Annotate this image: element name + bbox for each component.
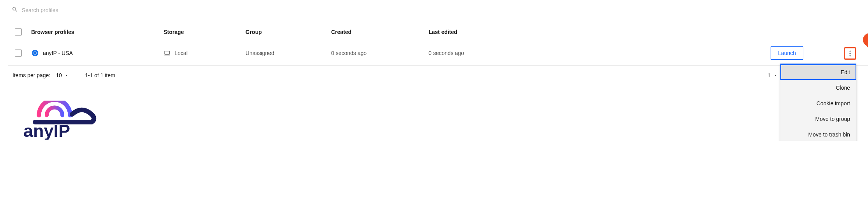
svg-point-4 <box>849 51 850 52</box>
created-value: 0 seconds ago <box>326 41 424 66</box>
svg-point-2 <box>34 52 36 54</box>
search-icon <box>12 6 22 14</box>
row-menu-dropdown: Edit Clone Cookie import Move to group M… <box>780 64 856 141</box>
select-all-checkbox[interactable] <box>15 28 22 35</box>
page-select[interactable]: 1 <box>767 72 778 78</box>
column-header-edited[interactable]: Last edited <box>424 23 549 41</box>
brand-logo: anyIP <box>19 101 868 141</box>
launch-button[interactable]: Launch <box>771 46 803 60</box>
storage-value: Local <box>175 50 187 56</box>
edited-value: 0 seconds ago <box>424 41 549 66</box>
divider <box>77 71 77 80</box>
menu-item-move-to-trash[interactable]: Move to trash bin <box>780 127 856 141</box>
row-checkbox[interactable] <box>15 50 22 57</box>
svg-text:anyIP: anyIP <box>23 121 70 140</box>
table-row: anyIP - USA Local Unassigned 0 seconds a… <box>8 41 868 66</box>
items-per-page-select[interactable]: 10 <box>56 72 69 78</box>
search-input[interactable] <box>22 7 139 13</box>
row-menu-button[interactable] <box>844 47 856 60</box>
menu-item-cookie-import[interactable]: Cookie import <box>780 96 856 111</box>
kebab-icon <box>849 50 851 57</box>
menu-item-move-to-group[interactable]: Move to group <box>780 111 856 127</box>
group-value: Unassigned <box>241 41 326 66</box>
menu-item-edit[interactable]: Edit <box>780 64 856 80</box>
chevron-down-icon <box>64 73 69 78</box>
column-header-storage[interactable]: Storage <box>159 23 241 41</box>
svg-point-6 <box>849 55 850 57</box>
svg-point-5 <box>849 53 850 54</box>
profile-name: anyIP - USA <box>43 50 73 56</box>
column-header-profiles[interactable]: Browser profiles <box>26 23 159 41</box>
chevron-down-icon <box>773 73 778 78</box>
items-range: 1-1 of 1 item <box>85 72 115 78</box>
laptop-icon <box>164 50 171 57</box>
items-per-page-label: Items per page: <box>12 72 50 78</box>
browser-icon <box>31 49 39 57</box>
column-header-group[interactable]: Group <box>241 23 326 41</box>
menu-item-clone[interactable]: Clone <box>780 80 856 96</box>
svg-rect-3 <box>165 51 169 54</box>
column-header-created[interactable]: Created <box>326 23 424 41</box>
